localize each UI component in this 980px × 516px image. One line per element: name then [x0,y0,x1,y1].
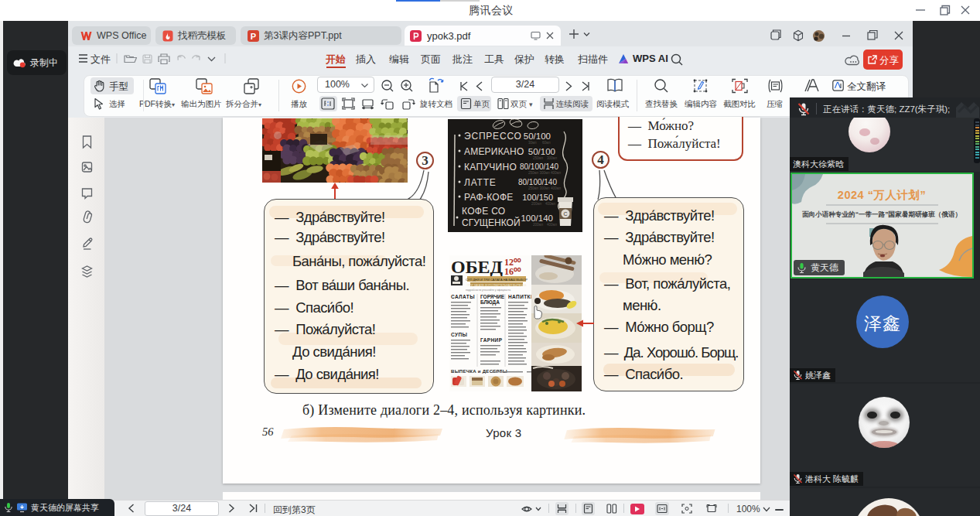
svg-text:400мл: 400мл [545,202,556,206]
svg-text:100/150: 100/150 [522,193,553,202]
svg-text:P: P [251,31,256,40]
svg-text:СУПЫ: СУПЫ [451,332,467,337]
svg-text:ЛАТТЕ: ЛАТТЕ [464,177,497,188]
svg-text:300мл: 300мл [547,156,558,160]
svg-text:САЛАТЫ: САЛАТЫ [451,294,475,299]
svg-text:ПРИ ЗАКАЗЕ ДОПОЛНИТЕЛЬНАЯ ВЫПЕ: ПРИ ЗАКАЗЕ ДОПОЛНИТЕЛЬНАЯ ВЫПЕЧКА [467,284,527,287]
svg-text:80/100/140: 80/100/140 [520,162,558,171]
svg-text:250мл 300мл 400мл: 250мл 300мл 400мл [528,186,562,190]
svg-text:200мл: 200мл [533,223,544,227]
svg-text:250мл: 250мл [533,156,544,160]
svg-text:СГУЩЕНКОЙ: СГУЩЕНКОЙ [462,217,521,228]
svg-text:КАПУЧИНО: КАПУЧИНО [464,162,517,173]
svg-text:80/100/140: 80/100/140 [518,178,557,186]
svg-text:БЛЮДА: БЛЮДА [480,299,500,306]
svg-text:АМЕРИКАНО: АМЕРИКАНО [464,146,524,157]
svg-text:100/140: 100/140 [521,214,553,223]
svg-text:50/100: 50/100 [524,132,551,141]
svg-text:60мл: 60мл [542,141,551,145]
svg-text:ГОРЯЧИЕ: ГОРЯЧИЕ [480,294,505,299]
svg-text:РАФ-КОФЕ: РАФ-КОФЕ [464,192,514,203]
svg-text:400мл: 400мл [547,223,558,227]
svg-text:30мл: 30мл [528,141,537,145]
svg-text:200мл: 200мл [531,202,542,206]
svg-text:16⁰⁰: 16⁰⁰ [504,266,521,277]
svg-text:ЭСПРЕССО: ЭСПРЕССО [464,131,522,142]
svg-text:НАПИТКИ: НАПИТКИ [508,294,534,299]
svg-text:50/100: 50/100 [528,147,555,156]
svg-text:250мл 300мл 400мл: 250мл 300мл 400мл [528,171,562,175]
svg-text:ГАРНИР: ГАРНИР [480,337,503,343]
svg-text:2024 “万人计划”: 2024 “万人计划” [838,189,926,201]
svg-text:ОБЕД: ОБЕД [451,257,504,277]
svg-text:КОФЕ СО: КОФЕ СО [462,206,506,217]
svg-text:подробности уточняйте у официа: подробности уточняйте у официанта [466,289,510,292]
svg-text:面向小语种专业的“一带一路”国家暑期研修班（俄语）: 面向小语种专业的“一带一路”国家暑期研修班（俄语） [802,210,961,218]
svg-text:C: C [563,211,567,217]
svg-text:СУП ДНЯ И ТРИ САЛАТА НА ВАШ ВЫ: СУП ДНЯ И ТРИ САЛАТА НА ВАШ ВЫБОР [466,278,528,282]
